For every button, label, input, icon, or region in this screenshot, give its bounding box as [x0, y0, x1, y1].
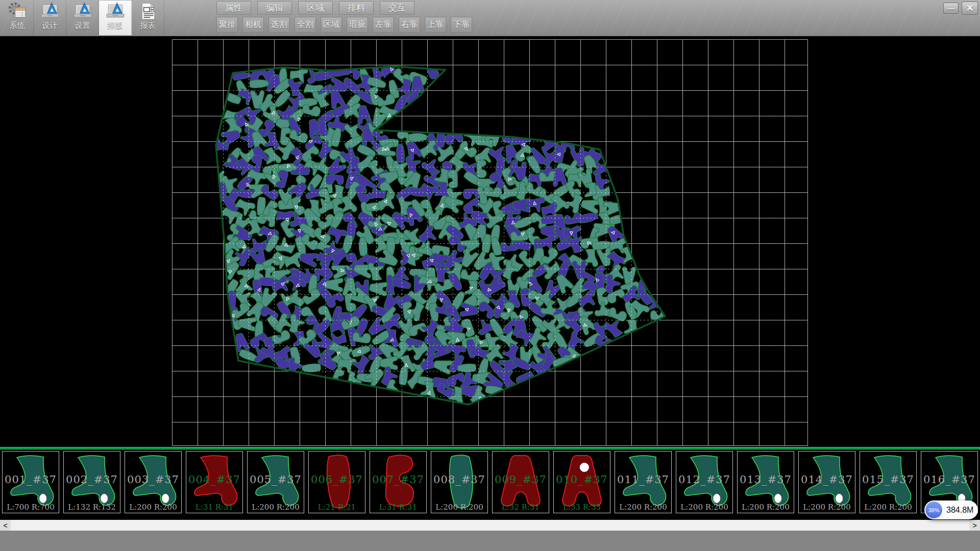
app-window: 系统设计设置排版报表 属性编辑区域排料交互 聚排相机选割全割区域瑕疵左靠右靠上靠…: [0, 0, 980, 551]
thumbnail-cell-004_#37[interactable]: 004_#37L:31 R:31: [186, 451, 243, 513]
piece-name: 004_#37: [186, 473, 242, 486]
tool-button-6[interactable]: 左靠: [373, 17, 394, 33]
thumbnail-cell-009_#37[interactable]: 009_#37L:32 R:31: [492, 451, 549, 513]
piece-size-info: L:200 R:200: [431, 503, 487, 512]
menu-tab-3[interactable]: 排料: [339, 1, 374, 15]
ribbon-button-nesting[interactable]: 排版: [99, 1, 132, 35]
close-icon: ✕: [966, 3, 973, 14]
thumbnail-cell-014_#37[interactable]: 014_#37L:200 R:200: [798, 451, 855, 513]
piece-name: 006_#37: [309, 473, 365, 486]
piece-name: 002_#37: [64, 473, 120, 486]
piece-name: 016_#37: [921, 473, 977, 486]
tool-button-9[interactable]: 下靠: [451, 17, 472, 33]
ribbon-button-label: 报表: [140, 21, 156, 31]
piece-size-info: L:132 R:132: [64, 503, 120, 512]
ribbon-button-report[interactable]: 报表: [132, 1, 164, 35]
ribbon-button-design[interactable]: 设计: [34, 1, 66, 35]
tool-button-1[interactable]: 相机: [242, 17, 264, 33]
minimize-button[interactable]: —: [943, 3, 959, 14]
piece-name: 008_#37: [431, 473, 487, 486]
thumbnail-cell-011_#37[interactable]: 011_#37L:200 R:200: [615, 451, 672, 513]
thumbnail-cell-013_#37[interactable]: 013_#37L:200 R:200: [737, 451, 794, 513]
menu-tab-0[interactable]: 属性: [216, 1, 251, 15]
nesting-canvas[interactable]: [172, 39, 808, 446]
tool-button-5[interactable]: 瑕疵: [347, 17, 368, 33]
piece-size-info: L:32 R:31: [493, 503, 549, 512]
window-controls: — ✕: [943, 2, 978, 15]
piece-name: 007_#37: [370, 473, 426, 486]
menus: 属性编辑区域排料交互 聚排相机选割全割区域瑕疵左靠右靠上靠下靠: [216, 0, 472, 33]
piece-size-info: L:33 R:33: [554, 503, 610, 512]
thumbnail-cell-010_#37[interactable]: 010_#37L:33 R:33: [553, 451, 610, 513]
piece-size-info: L:200 R:200: [676, 503, 732, 512]
tool-button-3[interactable]: 全割: [295, 17, 316, 33]
menu-tab-1[interactable]: 编辑: [257, 1, 292, 15]
piece-name: 013_#37: [738, 473, 794, 486]
scroll-left-icon: <: [3, 521, 7, 530]
thumbnail-cell-008_#37[interactable]: 008_#37L:200 R:200: [431, 451, 488, 513]
piece-name: 012_#37: [676, 473, 732, 486]
scroll-left-button[interactable]: <: [0, 520, 11, 531]
piece-name: 014_#37: [799, 473, 855, 486]
pieces-strip: 001_#37L:700 R:700002_#37L:132 R:132003_…: [0, 447, 980, 514]
memory-label: 384.8M: [946, 506, 973, 515]
tool-button-7[interactable]: 右靠: [399, 17, 420, 33]
scroll-right-icon: >: [972, 521, 976, 530]
ribbon-button-label: 系统: [10, 21, 25, 31]
design-icon: [40, 2, 60, 20]
toolbar: 系统设计设置排版报表 属性编辑区域排料交互 聚排相机选割全割区域瑕疵左靠右靠上靠…: [0, 0, 980, 36]
piece-size-info: L:21 R:21: [309, 503, 365, 512]
piece-size-info: L:200 R:200: [799, 503, 855, 512]
thumbnail-cell-001_#37[interactable]: 001_#37L:700 R:700: [2, 451, 59, 513]
thumbnail-cell-002_#37[interactable]: 002_#37L:132 R:132: [63, 451, 120, 513]
piece-name: 005_#37: [248, 473, 304, 486]
ribbon-buttons: 系统设计设置排版报表: [1, 1, 164, 35]
tool-buttons: 聚排相机选割全割区域瑕疵左靠右靠上靠下靠: [216, 17, 472, 33]
tool-button-2[interactable]: 选割: [268, 17, 290, 33]
strip-top-line: [0, 447, 980, 450]
piece-size-info: L:200 R:200: [860, 503, 916, 512]
piece-size-info: L:700 R:700: [3, 503, 59, 512]
ribbon-button-settings[interactable]: 设置: [66, 1, 99, 35]
ribbon-button-label: 设置: [75, 21, 90, 31]
status-bar: [0, 531, 980, 551]
tool-button-8[interactable]: 上靠: [425, 17, 446, 33]
thumbnail-cell-006_#37[interactable]: 006_#37L:21 R:21: [308, 451, 365, 513]
thumbnail-cell-003_#37[interactable]: 003_#37L:200 R:200: [125, 451, 182, 513]
piece-name: 011_#37: [615, 473, 671, 486]
piece-name: 009_#37: [493, 473, 549, 486]
menu-tabs: 属性编辑区域排料交互: [216, 1, 472, 15]
scrollbar-thumb[interactable]: [11, 520, 969, 531]
nesting-icon: [106, 2, 125, 20]
ribbon-button-system[interactable]: 系统: [1, 1, 34, 35]
memory-badge: 38% 384.8M: [924, 500, 978, 519]
ribbon-button-label: 排版: [108, 21, 123, 31]
piece-name: 010_#37: [554, 473, 610, 486]
thumbnail-cell-007_#37[interactable]: 007_#37L:31 R:31: [370, 451, 427, 513]
tool-button-0[interactable]: 聚排: [216, 17, 238, 33]
piece-size-info: L:31 R:31: [186, 503, 242, 512]
piece-size-info: L:200 R:200: [248, 503, 304, 512]
piece-size-info: L:200 R:200: [125, 503, 181, 512]
ribbon-button-label: 设计: [42, 21, 58, 31]
progress-label: 38%: [928, 507, 939, 513]
piece-size-info: L:200 R:200: [738, 503, 794, 512]
pieces-row: 001_#37L:700 R:700002_#37L:132 R:132003_…: [0, 451, 980, 513]
tool-button-4[interactable]: 区域: [321, 17, 342, 33]
settings-icon: [73, 2, 92, 20]
menu-tab-4[interactable]: 交互: [380, 1, 414, 15]
piece-size-info: L:31 R:31: [370, 503, 426, 512]
close-button[interactable]: ✕: [962, 2, 978, 15]
thumbnail-cell-012_#37[interactable]: 012_#37L:200 R:200: [676, 451, 733, 513]
piece-name: 003_#37: [125, 473, 181, 486]
menu-tab-2[interactable]: 区域: [298, 1, 333, 15]
horizontal-scrollbar[interactable]: < >: [0, 520, 980, 531]
thumbnail-cell-015_#37[interactable]: 015_#37L:200 R:200: [860, 451, 917, 513]
scroll-right-button[interactable]: >: [969, 520, 980, 531]
progress-circle: 38%: [925, 502, 942, 518]
thumbnail-cell-005_#37[interactable]: 005_#37L:200 R:200: [247, 451, 304, 513]
piece-name: 015_#37: [860, 473, 916, 486]
piece-name: 001_#37: [3, 473, 59, 486]
report-icon: [138, 2, 158, 20]
piece-size-info: L:200 R:200: [615, 503, 671, 512]
